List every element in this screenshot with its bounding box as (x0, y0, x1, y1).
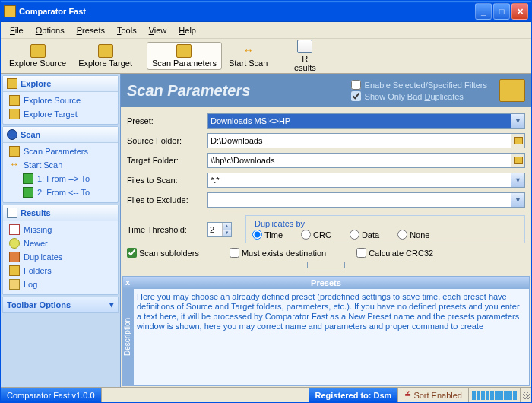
sidebar-missing[interactable]: Missing (5, 223, 116, 236)
window-title: Comparator Fast (19, 7, 86, 16)
duplicates-icon (9, 252, 20, 262)
document-icon (297, 40, 312, 53)
spin-up[interactable]: ▲ (223, 223, 231, 230)
target-input[interactable] (207, 153, 511, 168)
panel-results-header[interactable]: Results (3, 205, 118, 221)
sidebar-explore-source[interactable]: Explore Source (5, 94, 116, 107)
sidebar-folders[interactable]: Folders (5, 264, 116, 278)
menu-options[interactable]: Options (30, 24, 71, 36)
files-input[interactable] (207, 173, 511, 188)
arrows-icon: ↔ (9, 160, 20, 170)
main: Scan Parameters Enable Selected/Specifie… (121, 74, 531, 387)
page-title: Scan Parameters (127, 82, 250, 100)
folder-icon (9, 146, 20, 157)
tb-results[interactable]: Results (282, 37, 328, 75)
calc-crc-check[interactable]: Calculate CRC32 (356, 248, 433, 258)
resize-handle[interactable] (521, 390, 531, 401)
must-exist-check[interactable]: Must exists destination (230, 248, 326, 258)
preset-dropdown[interactable]: ▼ (511, 113, 525, 129)
panel-results: Results Missing Newer Duplicates Folders… (2, 205, 119, 295)
close-button[interactable]: ✕ (511, 3, 528, 20)
preset-input[interactable] (207, 113, 511, 129)
sidebar-to-from[interactable]: 2: From <-- To (5, 186, 116, 199)
dup-data-radio[interactable]: Data (350, 230, 379, 240)
exclude-label: Files to Exclude: (127, 195, 203, 205)
tb-start-scan[interactable]: ↔Start Scan (223, 42, 273, 70)
folder-icon (7, 78, 17, 89)
expand-handle[interactable] (307, 262, 345, 268)
tb-explore-target[interactable]: Explore Target (73, 42, 138, 70)
time-threshold-label: Time Threshold: (127, 225, 203, 234)
sidebar-explore-target[interactable]: Explore Target (5, 107, 116, 121)
source-label: Source Folder: (127, 136, 203, 145)
sidebar-newer[interactable]: Newer (5, 236, 116, 250)
panel-explore-header[interactable]: Explore (3, 76, 118, 92)
arrows-icon: ↔ (241, 44, 256, 58)
folder-icon (98, 44, 113, 58)
scan-params-header: Scan Parameters Enable Selected/Specifie… (121, 74, 531, 107)
show-bad-duplicates-check[interactable]: Show Only Bad Duplicates (351, 91, 487, 101)
toolbar: Explore Source Explore Target Scan Param… (1, 39, 531, 74)
tb-explore-source[interactable]: Explore Source (4, 42, 71, 70)
document-icon (7, 208, 17, 218)
arrow-left-icon (23, 187, 33, 198)
dup-time-radio[interactable]: Time (252, 230, 283, 240)
sort-icon: ≚ (404, 390, 411, 400)
source-browse[interactable] (511, 133, 525, 148)
presets-text: Here you may choose an already defined p… (134, 289, 529, 385)
status-sort[interactable]: ≚Sort Enabled (398, 388, 469, 402)
missing-icon (9, 224, 20, 235)
menu-help[interactable]: Help (173, 24, 202, 36)
arrow-right-icon (23, 173, 33, 184)
sidebar-start-scan[interactable]: ↔Start Scan (5, 158, 116, 172)
menubar: File Options Presets Tools View Help (1, 22, 531, 39)
presets-title: xPresets (123, 277, 529, 289)
menu-tools[interactable]: Tools (111, 24, 143, 36)
exclude-input[interactable] (207, 192, 511, 208)
dup-crc-radio[interactable]: CRC (301, 230, 331, 240)
minimize-button[interactable]: _ (475, 3, 492, 20)
sidebar-duplicates[interactable]: Duplicates (5, 250, 116, 264)
titlebar: Comparator Fast _ □ ✕ (1, 1, 531, 22)
tb-scan-parameters[interactable]: Scan Parameters (147, 42, 222, 70)
presets-side-label: Description (123, 289, 134, 385)
lens-icon (7, 129, 17, 140)
panel-explore: Explore Explore Source Explore Target (2, 75, 119, 125)
target-label: Target Folder: (127, 156, 203, 165)
panel-scan: Scan Scan Parameters ↔Start Scan 1: From… (2, 126, 119, 203)
exclude-dropdown[interactable]: ▼ (511, 192, 525, 208)
source-input[interactable] (207, 133, 511, 148)
folder-icon (514, 137, 523, 144)
spin-down[interactable]: ▼ (223, 230, 231, 236)
files-label: Files to Scan: (127, 176, 203, 185)
status-version: Comparator Fast v1.0.0 (1, 388, 102, 402)
files-dropdown[interactable]: ▼ (511, 173, 525, 188)
folders-icon (499, 79, 525, 102)
form: Preset: ▼ Source Folder: Target Folder: … (121, 107, 531, 276)
presets-close[interactable]: x (125, 278, 130, 287)
folder-icon (176, 44, 192, 58)
statusbar: Comparator Fast v1.0.0 Registered to: Ds… (1, 387, 531, 402)
sidebar-from-to[interactable]: 1: From --> To (5, 172, 116, 186)
status-registered: Registered to: Dsm (309, 388, 399, 402)
dup-none-radio[interactable]: None (397, 230, 429, 240)
app-icon (4, 5, 16, 17)
panel-scan-header[interactable]: Scan (3, 127, 118, 143)
folder-icon (9, 265, 20, 276)
sidebar: Explore Explore Source Explore Target Sc… (1, 74, 121, 387)
time-threshold-spinner[interactable]: ▲▼ (207, 222, 232, 237)
menu-file[interactable]: File (4, 24, 30, 36)
status-progress (469, 388, 521, 402)
chevron-down-icon: ▾ (109, 300, 114, 309)
enable-filters-check[interactable]: Enable Selected/Specified Filters (351, 80, 487, 90)
duplicates-by-fieldset: Duplicates by Time CRC Data None (245, 215, 525, 243)
target-browse[interactable] (511, 153, 525, 168)
toolbar-options[interactable]: Toolbar Options▾ (2, 297, 119, 313)
preset-label: Preset: (127, 116, 203, 125)
sidebar-scan-params[interactable]: Scan Parameters (5, 144, 116, 158)
scan-subfolders-check[interactable]: Scan subfolders (127, 248, 199, 258)
menu-view[interactable]: View (143, 24, 173, 36)
maximize-button[interactable]: □ (493, 3, 510, 20)
sidebar-log[interactable]: Log (5, 278, 116, 291)
menu-presets[interactable]: Presets (71, 24, 111, 36)
